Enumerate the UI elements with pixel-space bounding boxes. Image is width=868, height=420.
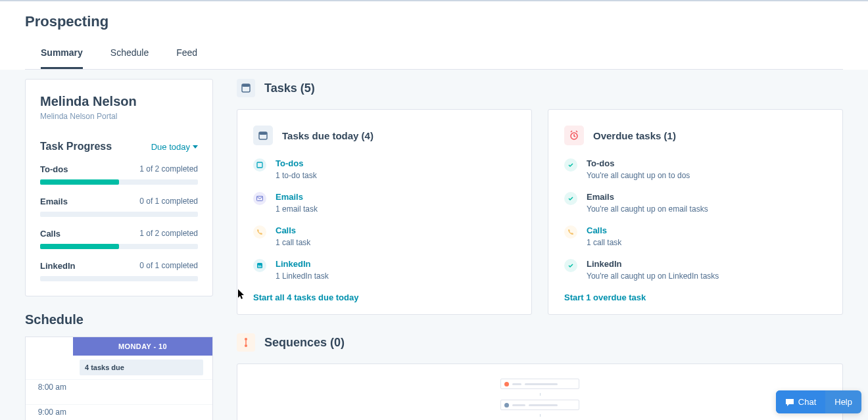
progress-status: 1 of 2 completed [139, 164, 198, 174]
todo-icon [253, 158, 266, 172]
phone-icon [564, 225, 577, 239]
progress-row-emails: Emails 0 of 1 completed [40, 197, 198, 217]
progress-row-linkedin: LinkedIn 0 of 1 completed [40, 261, 198, 281]
right-column: Tasks (5) Tasks due today (4) To-dos1 to… [237, 79, 843, 420]
main-content: Melinda Nelson Melinda Nelson Portal Tas… [0, 70, 868, 420]
page-header: Prospecting Summary Schedule Feed [0, 1, 868, 70]
task-item-sub: 1 call task [276, 238, 516, 247]
progress-row-todos: To-dos 1 of 2 completed [40, 164, 198, 185]
sequences-section-title: Sequences (0) [264, 336, 345, 350]
overdue-card-title: Overdue tasks (1) [593, 130, 676, 141]
progress-bar [40, 212, 198, 217]
progress-title: Task Progress [40, 141, 112, 152]
progress-label: To-dos [40, 164, 68, 174]
task-item-calls[interactable]: Calls1 call task [253, 225, 516, 247]
time-row: 8:00 am [26, 379, 212, 404]
progress-status: 1 of 2 completed [139, 229, 198, 239]
overdue-item-title: LinkedIn [587, 259, 827, 269]
overdue-item-sub: You're all caught up on LinkedIn tasks [587, 271, 827, 281]
schedule-day-header[interactable]: MONDAY - 10 [73, 337, 212, 356]
tasks-icon [237, 79, 255, 97]
task-item-sub: 1 to-do task [276, 171, 516, 180]
task-item-emails[interactable]: Emails1 email task [253, 192, 516, 214]
due-dropdown-label: Due today [151, 142, 190, 152]
due-today-dropdown[interactable]: Due today [151, 142, 198, 152]
svg-rect-4 [257, 162, 262, 168]
chat-button[interactable]: Chat [776, 390, 825, 413]
overdue-item-title: To-dos [587, 158, 827, 168]
time-label: 8:00 am [26, 380, 73, 392]
svg-text:in: in [258, 264, 262, 268]
sequences-icon [237, 333, 255, 352]
tab-feed[interactable]: Feed [176, 42, 197, 69]
task-item-todos[interactable]: To-dos1 to-do task [253, 158, 516, 180]
progress-label: LinkedIn [40, 261, 75, 271]
linkedin-icon: in [253, 259, 266, 272]
schedule-card: MONDAY - 10 4 tasks due 8:00 am 9:00 am … [25, 337, 213, 420]
progress-fill [40, 179, 119, 185]
overdue-item-title: Emails [587, 192, 827, 202]
progress-label: Emails [40, 197, 68, 206]
svg-point-10 [245, 344, 247, 347]
progress-bar [40, 244, 198, 249]
overdue-item-calls[interactable]: Calls1 call task [564, 225, 827, 247]
tasks-due-today-card: Tasks due today (4) To-dos1 to-do task E… [237, 109, 532, 315]
progress-bar [40, 179, 198, 185]
tasks-section-title: Tasks (5) [264, 82, 315, 95]
task-item-title: To-dos [276, 158, 516, 168]
user-card: Melinda Nelson Melinda Nelson Portal Tas… [25, 79, 213, 296]
progress-fill [40, 244, 119, 249]
svg-point-9 [245, 338, 247, 340]
svg-rect-1 [242, 84, 250, 87]
check-icon [564, 158, 577, 172]
progress-status: 0 of 1 completed [139, 197, 198, 206]
start-due-tasks-link[interactable]: Start all 4 tasks due today [253, 292, 516, 302]
time-row: 9:00 am [26, 404, 212, 420]
check-icon [564, 259, 577, 272]
email-icon [253, 192, 266, 205]
chevron-down-icon [193, 145, 198, 149]
chat-widget: Chat Help [776, 390, 861, 413]
overdue-item-sub: You're all caught up on to dos [587, 171, 827, 180]
overdue-tasks-card: Overdue tasks (1) To-dosYou're all caugh… [548, 109, 843, 315]
task-item-title: Emails [276, 192, 516, 202]
task-item-sub: 1 LinkedIn task [276, 271, 516, 281]
tab-summary[interactable]: Summary [41, 42, 83, 69]
progress-header: Task Progress Due today [40, 141, 198, 152]
overdue-item-emails: EmailsYou're all caught up on email task… [564, 192, 827, 214]
sequences-section-head: Sequences (0) [237, 333, 843, 352]
task-item-sub: 1 email task [276, 204, 516, 214]
task-item-title: LinkedIn [276, 259, 516, 269]
sequences-empty-card [237, 363, 843, 420]
check-icon [564, 192, 577, 205]
chat-icon [785, 398, 794, 407]
page-title: Prospecting [25, 13, 843, 30]
overdue-item-sub: You're all caught up on email tasks [587, 204, 827, 214]
alarm-icon [564, 126, 584, 145]
task-item-title: Calls [276, 225, 516, 235]
overdue-item-todos: To-dosYou're all caught up on to dos [564, 158, 827, 180]
progress-status: 0 of 1 completed [139, 261, 198, 271]
left-column: Melinda Nelson Melinda Nelson Portal Tas… [25, 79, 213, 420]
time-label: 9:00 am [26, 405, 73, 417]
schedule-heading: Schedule [25, 312, 213, 327]
overdue-item-linkedin: LinkedInYou're all caught up on LinkedIn… [564, 259, 827, 281]
task-item-linkedin[interactable]: in LinkedIn1 LinkedIn task [253, 259, 516, 281]
tab-schedule[interactable]: Schedule [110, 42, 149, 69]
start-overdue-tasks-link[interactable]: Start 1 overdue task [564, 292, 827, 302]
overdue-item-title: Calls [587, 225, 827, 235]
portal-name: Melinda Nelson Portal [40, 112, 198, 121]
tabs: Summary Schedule Feed [25, 42, 843, 70]
help-button[interactable]: Help [825, 390, 861, 413]
progress-row-calls: Calls 1 of 2 completed [40, 229, 198, 249]
chat-label: Chat [798, 397, 816, 407]
svg-rect-3 [259, 132, 267, 135]
progress-label: Calls [40, 229, 60, 239]
calendar-icon [253, 126, 273, 145]
overdue-item-sub: 1 call task [587, 238, 827, 247]
help-label: Help [834, 397, 852, 407]
schedule-tasks-due[interactable]: 4 tasks due [80, 360, 203, 375]
tasks-section-head: Tasks (5) [237, 79, 843, 97]
phone-icon [253, 225, 266, 239]
user-name: Melinda Nelson [40, 94, 198, 109]
